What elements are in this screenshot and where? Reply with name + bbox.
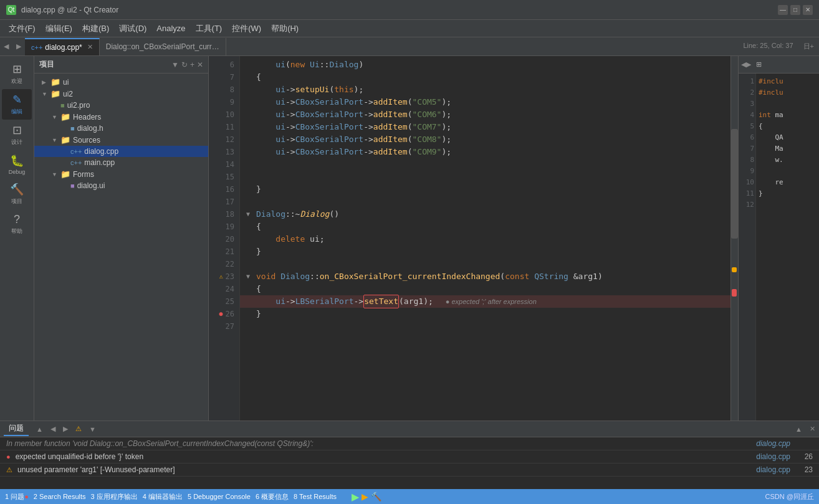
ui2-label: ui2 bbox=[63, 90, 73, 98]
ui-arrow: ▶ bbox=[42, 79, 48, 85]
tab-nav-prev[interactable]: ◀ bbox=[0, 38, 12, 55]
menubar-item-f[interactable]: 文件(F) bbox=[4, 21, 41, 37]
sidebar-item-welcome[interactable]: ⊞ 欢迎 bbox=[2, 59, 32, 89]
tab-context-fn[interactable]: Dialog::on_CBoxSerialPort_curr… bbox=[100, 38, 226, 55]
close-tree-btn[interactable]: ✕ bbox=[197, 60, 203, 69]
statusbar-search-results[interactable]: 2 Search Results bbox=[34, 493, 86, 500]
warning-icon: ⚠ bbox=[6, 466, 12, 474]
linenum-21: 21 bbox=[209, 245, 234, 258]
minimap-err-marker bbox=[732, 289, 737, 297]
bottom-panel-collapse[interactable]: ▲ bbox=[795, 426, 802, 433]
second-editor-tab-nav[interactable]: ◀▶ bbox=[741, 60, 751, 69]
tree-item-dialogcpp[interactable]: c++ dialog.cpp bbox=[34, 146, 208, 157]
ui-label: ui bbox=[63, 78, 69, 87]
statusbar-test-results[interactable]: 8 Test Results bbox=[294, 493, 337, 500]
err-icon-26: ● bbox=[219, 308, 223, 320]
fold-arrow-6[interactable] bbox=[246, 59, 254, 71]
code-content[interactable]: ui(new Ui::Dialog) { ui->setupUi(this); … bbox=[240, 56, 730, 421]
ui-folder-icon: 📁 bbox=[50, 77, 60, 87]
run-button[interactable]: ▶ bbox=[352, 491, 359, 503]
statusbar-problems[interactable]: 1 问题● bbox=[5, 492, 29, 502]
debug-icon: 🐛 bbox=[10, 154, 24, 168]
menubar-item-analyze[interactable]: Analyze bbox=[151, 21, 190, 36]
tab-nav-next[interactable]: ▶ bbox=[12, 38, 25, 55]
statusbar-editor-output[interactable]: 4 编辑器输出 bbox=[143, 492, 183, 502]
bottom-tab-action-warn[interactable]: ⚠ bbox=[75, 425, 82, 433]
tree-item-maincpp[interactable]: c++ main.cpp bbox=[34, 157, 208, 168]
problem-error-file: dialog.cpp bbox=[756, 452, 790, 461]
sidebar-item-design[interactable]: ⊡ 设计 bbox=[2, 120, 32, 150]
file-tree-actions: ▼ ↻ + ✕ bbox=[171, 60, 203, 69]
linenum-26: ●26 bbox=[209, 308, 234, 320]
linenum-9: 9 bbox=[209, 96, 234, 108]
tab-close-btn[interactable]: ✕ bbox=[87, 43, 93, 51]
bottom-panel: 问题 ▲ ◀ ▶ ⚠ ▼ ▲ ✕ In member function 'voi… bbox=[0, 421, 819, 489]
tree-item-ui[interactable]: ▶ 📁 ui bbox=[34, 76, 208, 88]
statusbar-branding: CSDN @同涯丘 bbox=[765, 492, 814, 502]
tree-item-sources[interactable]: ▼ 📁 Sources bbox=[34, 134, 208, 146]
sources-arrow: ▼ bbox=[52, 137, 58, 143]
second-linenum-9: 9 bbox=[740, 166, 754, 177]
code-line-11: ui->CBoxSerialPort->addItem("COM7"); bbox=[240, 121, 730, 133]
menubar-item-t[interactable]: 工具(T) bbox=[191, 21, 228, 37]
fold-23[interactable]: ▼ bbox=[246, 270, 254, 283]
statusbar-overview[interactable]: 6 概要信息 bbox=[256, 492, 289, 502]
app-icon: Qt bbox=[6, 5, 16, 15]
scrollbar-thumb[interactable] bbox=[731, 129, 738, 239]
filter-btn[interactable]: ▼ bbox=[171, 60, 179, 69]
second-code-line-10: re bbox=[759, 177, 817, 188]
statusbar-debugger-console[interactable]: 5 Debugger Console bbox=[188, 493, 251, 500]
maximize-button[interactable]: □ bbox=[790, 5, 800, 15]
statusbar-run-controls: ▶ ▶ 🔨 bbox=[352, 491, 381, 503]
minimize-button[interactable]: — bbox=[778, 5, 788, 15]
bottom-tab-action-prev[interactable]: ◀ bbox=[50, 425, 55, 433]
menubar-item-w[interactable]: 控件(W) bbox=[227, 21, 266, 37]
tab-fn-label: Dialog::on_CBoxSerialPort_curr… bbox=[106, 42, 219, 51]
linenum-17: 17 bbox=[209, 196, 234, 208]
second-code-content[interactable]: #inclu #inclu int ma { QA Ma w. re } bbox=[756, 74, 819, 421]
statusbar-app-output[interactable]: 3 应用程序输出 bbox=[91, 492, 138, 502]
sidebar-item-project[interactable]: 🔨 项目 bbox=[2, 179, 32, 209]
tree-item-dialogui[interactable]: ■ dialog.ui bbox=[34, 180, 208, 191]
bottom-tab-action-filter[interactable]: ▼ bbox=[89, 426, 96, 433]
fold-18[interactable]: ▼ bbox=[246, 208, 254, 221]
tree-item-forms[interactable]: ▼ 📁 Forms bbox=[34, 168, 208, 180]
menubar-item-d[interactable]: 调试(D) bbox=[114, 21, 151, 37]
menubar-item-e[interactable]: 编辑(E) bbox=[41, 21, 77, 37]
tab-dialog-cpp[interactable]: c++ dialog.cpp* ✕ bbox=[25, 38, 100, 55]
problem-row-header: In member function 'void Dialog::on_CBox… bbox=[0, 437, 819, 450]
bottom-tab-problems[interactable]: 问题 bbox=[4, 422, 29, 436]
problem-row-warning[interactable]: ⚠ unused parameter 'arg1' [-Wunused-para… bbox=[0, 464, 819, 477]
close-button[interactable]: ✕ bbox=[803, 5, 813, 15]
menubar-item-h[interactable]: 帮助(H) bbox=[266, 21, 304, 37]
bottom-panel-close[interactable]: ✕ bbox=[810, 425, 815, 433]
build-button[interactable]: 🔨 bbox=[371, 492, 381, 502]
tree-item-dialogh[interactable]: ■ dialog.h bbox=[34, 123, 208, 134]
second-editor-tab-label: ⊞ bbox=[756, 60, 762, 69]
second-linenum-6: 6 bbox=[740, 132, 754, 143]
sidebar-item-debug[interactable]: 🐛 Debug bbox=[2, 150, 32, 179]
sidebar-item-edit[interactable]: ✎ 编辑 bbox=[2, 89, 32, 120]
second-linenum-2: 2 bbox=[740, 87, 754, 98]
tree-item-ui2pro[interactable]: ■ ui2.pro bbox=[34, 100, 208, 111]
vertical-scrollbar[interactable] bbox=[730, 56, 738, 421]
tree-item-ui2[interactable]: ▼ 📁 ui2 bbox=[34, 88, 208, 100]
bottom-tab-action-up[interactable]: ▲ bbox=[36, 426, 43, 433]
second-linenum-10: 10 bbox=[740, 177, 754, 188]
debug-run-button[interactable]: ▶ bbox=[362, 492, 368, 502]
tree-item-headers[interactable]: ▼ 📁 Headers bbox=[34, 111, 208, 123]
sidebar-item-help[interactable]: ? 帮助 bbox=[2, 209, 32, 239]
code-line-16: } bbox=[240, 183, 730, 196]
bottom-tab-action-next[interactable]: ▶ bbox=[63, 425, 68, 433]
code-line-24: { bbox=[240, 283, 730, 295]
problem-row-error[interactable]: ● expected unqualified-id before '}' tok… bbox=[0, 450, 819, 464]
second-code-line-6: QA bbox=[759, 132, 817, 143]
second-linenum-4: 4 bbox=[740, 110, 754, 121]
add-btn[interactable]: + bbox=[190, 60, 194, 69]
h-file-icon: ■ bbox=[70, 125, 75, 132]
code-line-12: ui->CBoxSerialPort->addItem("COM8"); bbox=[240, 133, 730, 146]
menubar-item-b[interactable]: 构建(B) bbox=[77, 21, 114, 37]
sync-btn[interactable]: ↻ bbox=[181, 60, 188, 69]
second-code-line-3 bbox=[759, 98, 817, 110]
code-line-15 bbox=[240, 171, 730, 183]
